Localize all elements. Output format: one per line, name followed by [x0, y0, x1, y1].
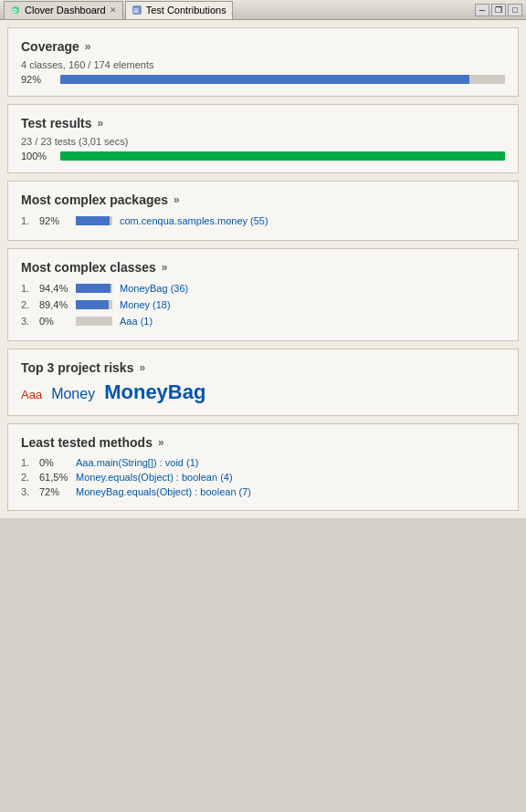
coverage-progress-track [60, 75, 505, 84]
risk-link-aaa[interactable]: Aaa [21, 388, 42, 401]
coverage-progress-fill [60, 75, 469, 84]
tested-pct: 0% [39, 457, 76, 468]
rank-pct: 0% [39, 316, 76, 327]
least-tested-list: 1. 0% Aaa.main(String[]) : void (1) 2. 6… [21, 455, 505, 499]
list-item: 1. 94,4% MoneyBag (36) [21, 280, 505, 297]
list-item: 3. 72% MoneyBag.equals(Object) : boolean… [21, 484, 505, 499]
complex-packages-title-text: Most complex packages [21, 193, 168, 207]
test-results-progress-fill [60, 151, 505, 161]
rank-bar-fill [76, 284, 110, 293]
rank-number: 2. [21, 299, 39, 310]
rank-bar [76, 216, 112, 225]
rank-pct: 92% [39, 215, 76, 226]
risk-link-moneybag[interactable]: MoneyBag [104, 380, 205, 404]
rank-number: 3. [21, 316, 39, 327]
test-results-progress-track [60, 151, 505, 161]
test-results-title-text: Test results [21, 116, 92, 130]
complex-packages-title: Most complex packages » [21, 193, 505, 207]
list-item: 1. 92% com.cenqua.samples.money (55) [21, 213, 505, 229]
content-area: Coverage » 4 classes, 160 / 174 elements… [0, 20, 526, 518]
least-tested-arrow[interactable]: » [158, 436, 164, 449]
least-tested-title: Least tested methods » [21, 435, 505, 450]
least-tested-title-text: Least tested methods [21, 435, 153, 450]
method-link[interactable]: MoneyBag.equals(Object) : boolean (7) [76, 486, 251, 497]
list-item: 2. 61,5% Money.equals(Object) : boolean … [21, 470, 505, 484]
rank-number: 1. [21, 215, 39, 226]
svg-text:✿: ✿ [12, 7, 17, 14]
tab-clover-close[interactable]: ✕ [110, 5, 117, 15]
tab-contributions-label: Test Contributions [146, 5, 226, 16]
test-results-card: Test results » 23 / 23 tests (3,01 secs)… [7, 104, 519, 173]
restore-button[interactable]: ❐ [491, 4, 506, 16]
class-link[interactable]: Money (18) [120, 299, 171, 310]
top-risks-title-text: Top 3 project risks [21, 360, 133, 375]
complex-classes-arrow[interactable]: » [162, 261, 168, 274]
method-link[interactable]: Aaa.main(String[]) : void (1) [76, 457, 199, 468]
risk-link-money[interactable]: Money [51, 386, 95, 402]
minimize-button[interactable]: ─ [475, 4, 489, 16]
tab-test-contributions[interactable]: ⊠ Test Contributions [125, 1, 233, 19]
coverage-arrow[interactable]: » [85, 40, 91, 53]
title-bar: ✿ Clover Dashboard ✕ ⊠ Test Contribution… [0, 0, 526, 20]
coverage-title: Coverage » [21, 39, 505, 54]
svg-text:⊠: ⊠ [133, 7, 139, 14]
tested-rank: 2. [21, 472, 39, 483]
contributions-icon: ⊠ [132, 5, 142, 16]
coverage-progress-container: 92% [21, 74, 505, 85]
test-results-title: Test results » [21, 116, 505, 130]
list-item: 2. 89,4% Money (18) [21, 297, 505, 313]
rank-pct: 94,4% [39, 283, 76, 294]
tested-rank: 1. [21, 457, 39, 468]
clover-icon: ✿ [10, 5, 21, 16]
top-risks-card: Top 3 project risks » Aaa Money MoneyBag [7, 349, 519, 416]
rank-pct: 89,4% [39, 299, 76, 310]
window-controls: ─ ❐ □ [475, 4, 522, 16]
risk-links-container: Aaa Money MoneyBag [21, 380, 505, 404]
test-results-arrow[interactable]: » [98, 117, 104, 130]
tested-pct: 72% [39, 486, 76, 497]
list-item: 1. 0% Aaa.main(String[]) : void (1) [21, 455, 505, 470]
list-item: 3. 0% Aaa (1) [21, 313, 505, 329]
complex-classes-title-text: Most complex classes [21, 260, 156, 275]
class-link[interactable]: Aaa (1) [120, 316, 153, 327]
complex-packages-list: 1. 92% com.cenqua.samples.money (55) [21, 213, 505, 229]
rank-bar-fill [76, 216, 110, 225]
rank-bar-fill [76, 300, 109, 309]
tab-clover-dashboard[interactable]: ✿ Clover Dashboard ✕ [4, 1, 123, 19]
rank-bar [76, 284, 112, 293]
complex-classes-list: 1. 94,4% MoneyBag (36) 2. 89,4% Money (1… [21, 280, 505, 329]
test-results-subtitle: 23 / 23 tests (3,01 secs) [21, 136, 505, 147]
coverage-card: Coverage » 4 classes, 160 / 174 elements… [7, 27, 519, 97]
test-results-progress-container: 100% [21, 151, 505, 161]
least-tested-card: Least tested methods » 1. 0% Aaa.main(St… [7, 423, 519, 511]
rank-bar [76, 300, 112, 309]
method-link[interactable]: Money.equals(Object) : boolean (4) [76, 472, 233, 483]
test-results-progress-label: 100% [21, 151, 53, 161]
tested-rank: 3. [21, 486, 39, 497]
complex-packages-arrow[interactable]: » [174, 193, 180, 206]
complex-classes-title: Most complex classes » [21, 260, 505, 275]
coverage-title-text: Coverage [21, 39, 79, 54]
maximize-button[interactable]: □ [508, 4, 522, 16]
coverage-subtitle: 4 classes, 160 / 174 elements [21, 59, 505, 70]
complex-packages-card: Most complex packages » 1. 92% com.cenqu… [7, 181, 519, 241]
package-link[interactable]: com.cenqua.samples.money (55) [120, 215, 268, 226]
top-risks-title: Top 3 project risks » [21, 360, 505, 375]
class-link[interactable]: MoneyBag (36) [120, 283, 188, 294]
tested-pct: 61,5% [39, 472, 76, 483]
complex-classes-card: Most complex classes » 1. 94,4% MoneyBag… [7, 248, 519, 341]
rank-bar [76, 317, 112, 326]
coverage-progress-label: 92% [21, 74, 53, 85]
tab-clover-label: Clover Dashboard [25, 5, 106, 16]
top-risks-arrow[interactable]: » [139, 361, 145, 374]
rank-number: 1. [21, 283, 39, 294]
